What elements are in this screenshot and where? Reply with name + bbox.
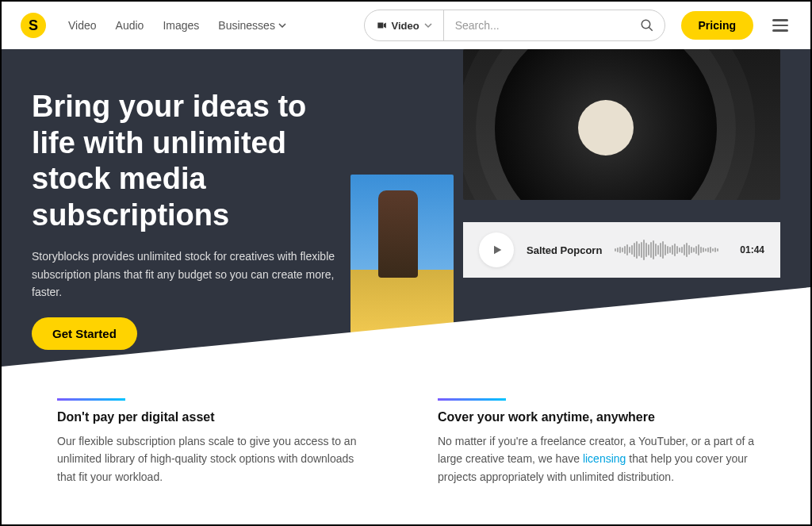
licensing-link[interactable]: licensing <box>583 452 626 465</box>
nav-businesses-label: Businesses <box>218 19 275 32</box>
search-input[interactable] <box>444 19 630 32</box>
search-category-label: Video <box>392 20 419 32</box>
nav-images[interactable]: Images <box>163 19 199 32</box>
play-icon <box>491 244 504 256</box>
audio-title: Salted Popcorn <box>527 244 602 256</box>
search-bar: Video <box>364 10 665 41</box>
feature-body: Our flexible subscription plans scale to… <box>57 432 374 486</box>
hero-section: Bring your ideas to life with unlimited … <box>2 49 810 367</box>
feature-card: Don't pay per digital asset Our flexible… <box>57 398 374 486</box>
feature-heading: Don't pay per digital asset <box>57 410 374 424</box>
play-button[interactable] <box>479 232 514 267</box>
audio-duration: 01:44 <box>740 244 764 255</box>
svg-line-1 <box>649 27 653 31</box>
menu-icon <box>772 19 788 21</box>
header: S Video Audio Images Businesses Video Pr… <box>2 2 810 49</box>
main-nav: Video Audio Images Businesses <box>68 19 286 32</box>
hero-image-runner <box>350 175 454 333</box>
features-section: Don't pay per digital asset Our flexible… <box>2 367 810 486</box>
search-icon <box>640 18 654 33</box>
video-icon <box>376 20 387 31</box>
chevron-down-icon <box>424 21 432 29</box>
search-button[interactable] <box>630 18 665 33</box>
search-category-selector[interactable]: Video <box>365 10 444 40</box>
hero-title: Bring your ideas to life with unlimited … <box>32 89 352 233</box>
feature-card: Cover your work anytime, anywhere No mat… <box>438 398 755 486</box>
svg-point-0 <box>642 20 650 29</box>
audio-sample-card: Salted Popcorn 01:44 <box>463 222 780 278</box>
menu-button[interactable] <box>769 16 791 35</box>
nav-businesses[interactable]: Businesses <box>218 19 286 32</box>
feature-heading: Cover your work anytime, anywhere <box>438 410 755 424</box>
get-started-button[interactable]: Get Started <box>32 317 137 350</box>
chevron-down-icon <box>278 23 286 28</box>
pricing-button[interactable]: Pricing <box>681 11 753 40</box>
audio-waveform[interactable] <box>615 238 727 262</box>
hero-image-record-player <box>463 49 780 200</box>
logo[interactable]: S <box>21 13 46 38</box>
hero-subtitle: Storyblocks provides unlimited stock for… <box>32 248 352 301</box>
feature-body: No matter if you're a freelance creator,… <box>438 432 755 486</box>
nav-audio[interactable]: Audio <box>116 19 144 32</box>
accent-bar <box>57 398 125 401</box>
accent-bar <box>438 398 506 401</box>
nav-video[interactable]: Video <box>68 19 97 32</box>
